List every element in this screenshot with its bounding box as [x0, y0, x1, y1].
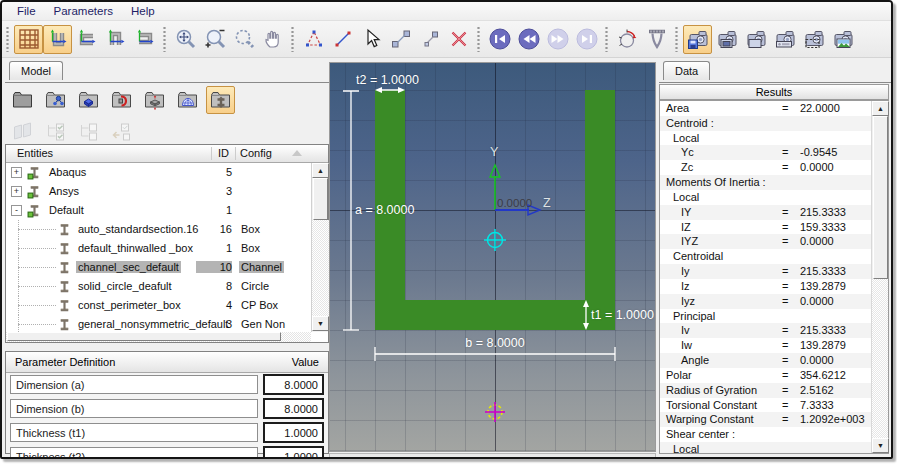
- section-open-down-button[interactable]: [101, 25, 130, 54]
- tree-item-auto-standardsection-16[interactable]: auto_standardsection.1616Box: [6, 220, 309, 239]
- tree-item-channel-sec-default[interactable]: channel_sec_default10Channel: [6, 258, 309, 277]
- toolbar-drag-handle[interactable]: [674, 26, 679, 52]
- rotate-measure-icon: [616, 27, 640, 51]
- tab-data[interactable]: Data: [663, 61, 710, 80]
- scrollbar-track[interactable]: [312, 220, 329, 316]
- draw-line-icon: [331, 27, 355, 51]
- entities-vscrollbar[interactable]: ▲ ▼: [311, 163, 328, 332]
- section-open-right-button[interactable]: [72, 25, 101, 54]
- delete-button[interactable]: [444, 25, 473, 54]
- scroll-up-icon[interactable]: ▲: [312, 163, 329, 178]
- toolbar-drag-handle[interactable]: [476, 26, 481, 52]
- nav-last-button[interactable]: [572, 25, 601, 54]
- expand-icon[interactable]: +: [11, 167, 22, 178]
- tree-item-solid-circle-deafult[interactable]: solid_circle_deafult8Circle: [6, 277, 309, 296]
- uncheck-tree-button[interactable]: [74, 118, 103, 146]
- select-arrow-button[interactable]: [357, 25, 386, 54]
- rotate-measure-button[interactable]: [613, 25, 642, 54]
- ibeam-section-icon: [57, 222, 72, 237]
- zoom-window-icon: [232, 27, 256, 51]
- caliper-button[interactable]: [642, 25, 671, 54]
- scrollbar-track[interactable]: [872, 279, 888, 438]
- section-open-left-button[interactable]: [130, 25, 159, 54]
- snapshot-save-button[interactable]: [683, 25, 712, 54]
- result-row: IY=215.3333: [660, 205, 871, 220]
- toolbar-drag-handle[interactable]: [5, 26, 10, 52]
- section-viewport[interactable]: t2 = 1.0000 a = 8.0000 t1 = 1.0000 b = 8…: [329, 62, 656, 452]
- toolbar-group: [14, 23, 159, 55]
- ibeam-section-icon: [57, 260, 72, 275]
- menu-file[interactable]: File: [8, 3, 45, 19]
- expand-icon[interactable]: +: [11, 186, 22, 197]
- nav-first-button[interactable]: [485, 25, 514, 54]
- menu-help[interactable]: Help: [122, 3, 164, 19]
- snapshot-toolbar-icon: [773, 27, 797, 51]
- assembly-button[interactable]: [41, 86, 70, 114]
- new-model-button[interactable]: [8, 86, 37, 114]
- check-tree-button[interactable]: [41, 118, 70, 146]
- tree-item-general-nonsymmetric-default[interactable]: general_nonsymmetric_default3Gen Non Sym: [6, 315, 309, 332]
- toolbar-drag-handle[interactable]: [604, 26, 609, 52]
- draw-polygon-button[interactable]: [299, 25, 328, 54]
- snapshot-toolbar-button[interactable]: [770, 25, 799, 54]
- app-window: FileParametersHelp Model Entities ID Con…: [0, 0, 893, 459]
- pane-button[interactable]: [8, 118, 37, 146]
- zoom-extents-button[interactable]: [171, 25, 200, 54]
- pan-hand-button[interactable]: [258, 25, 287, 54]
- measure-distance-button[interactable]: [386, 25, 415, 54]
- measure-distance-icon: [389, 27, 413, 51]
- entities-header[interactable]: Entities ID Config: [6, 145, 328, 163]
- tab-model[interactable]: Model: [9, 61, 63, 80]
- entities-hscrollbar[interactable]: [6, 332, 311, 342]
- section-open-up-button[interactable]: [43, 25, 72, 54]
- scrollbar-thumb[interactable]: [873, 116, 888, 279]
- parameter-row: Thickness (t2)1.0000: [6, 445, 328, 459]
- collapse-icon[interactable]: -: [11, 205, 22, 216]
- snapshot-region-button[interactable]: [741, 25, 770, 54]
- results-scrollbar[interactable]: ▲ ▼: [871, 101, 888, 453]
- parameter-value-field[interactable]: 1.0000: [263, 446, 324, 459]
- ibeam-section-icon: [57, 317, 72, 332]
- tree-item-const-perimeter-box[interactable]: const_perimeter_box4CP Box: [6, 296, 309, 315]
- parameter-value-field[interactable]: 1.0000: [263, 422, 324, 443]
- tree-line: [18, 229, 56, 230]
- snapshot-image-button[interactable]: [828, 25, 857, 54]
- thickness-button[interactable]: [140, 86, 169, 114]
- grid-button[interactable]: [14, 25, 43, 54]
- snapshot-window-button[interactable]: [712, 25, 741, 54]
- move-tree-button[interactable]: [107, 118, 136, 146]
- scrollbar-thumb[interactable]: [7, 332, 281, 341]
- nav-prev-button[interactable]: [514, 25, 543, 54]
- constraint-button[interactable]: [107, 86, 136, 114]
- tree-item-ansys[interactable]: +Ansys3: [6, 182, 309, 201]
- draw-line-button[interactable]: [328, 25, 357, 54]
- ibeam-group-icon: [27, 165, 42, 180]
- result-row: Principal: [660, 309, 871, 324]
- parameter-table: Parameter Definition Value Dimension (a)…: [5, 351, 329, 454]
- pick-segment-button[interactable]: [415, 25, 444, 54]
- tree-item-abaqus[interactable]: +Abaqus5: [6, 163, 309, 182]
- scrollbar-thumb[interactable]: [313, 178, 328, 220]
- section-open-up-icon: [46, 27, 70, 51]
- tree-item-default[interactable]: -Default1: [6, 201, 309, 220]
- mesh-button[interactable]: [173, 86, 202, 114]
- section-button[interactable]: [206, 86, 235, 114]
- solid-button[interactable]: [74, 86, 103, 114]
- snapshot-selection-button[interactable]: [799, 25, 828, 54]
- menu-parameters[interactable]: Parameters: [45, 3, 122, 19]
- toolbar-drag-handle[interactable]: [162, 26, 167, 52]
- sort-asc-icon[interactable]: [292, 150, 302, 156]
- scroll-down-icon[interactable]: ▼: [872, 438, 889, 453]
- scroll-down-icon[interactable]: ▼: [312, 316, 329, 331]
- result-row: Angle=0.0000: [660, 353, 871, 368]
- tree-item-default-thinwalled-box[interactable]: default_thinwalled _box1Box: [6, 239, 309, 258]
- snapshot-region-icon: [744, 27, 768, 51]
- toolbar-drag-handle[interactable]: [290, 26, 295, 52]
- zoom-window-button[interactable]: [229, 25, 258, 54]
- scroll-up-icon[interactable]: ▲: [872, 101, 889, 116]
- parameter-value-field[interactable]: 8.0000: [263, 398, 324, 419]
- tree-line: [18, 248, 56, 249]
- zoom-in-out-button[interactable]: [200, 25, 229, 54]
- nav-next-button[interactable]: [543, 25, 572, 54]
- parameter-value-field[interactable]: 8.0000: [263, 374, 324, 395]
